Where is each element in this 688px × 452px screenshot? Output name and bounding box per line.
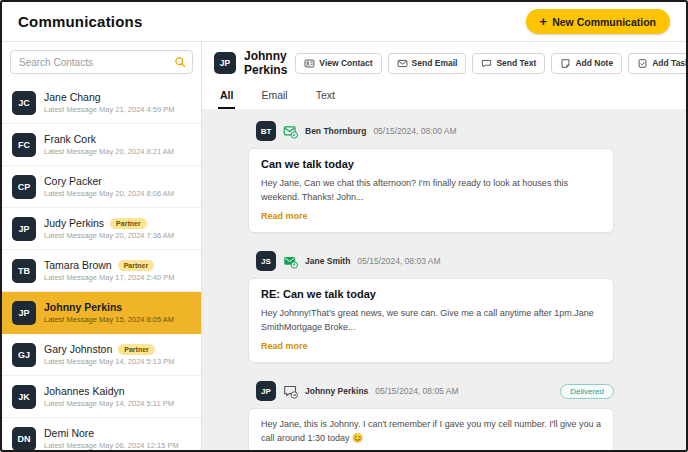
plus-icon: + <box>540 15 548 28</box>
contact-name: Jane Chang <box>44 91 101 103</box>
contact-latest-message: Latest Message May 20, 2024 8:21 AM <box>44 147 174 156</box>
contact-latest-message: Latest Message May 21, 2024 4:59 PM <box>44 105 175 114</box>
tab-all[interactable]: All <box>218 85 235 109</box>
contact-latest-message: Latest Message May 20, 2024 8:06 AM <box>44 189 174 198</box>
search-box <box>10 50 193 74</box>
contact-list-item[interactable]: FC Frank Cork Latest Message May 20, 202… <box>2 124 201 166</box>
contact-latest-message: Latest Message May 20, 2024 7:36 AM <box>44 231 174 240</box>
message-timestamp: 05/15/2024, 08:00 AM <box>373 126 456 136</box>
message-item: JS Jane Smith 05/15/2024, 08:03 AM RE: C… <box>248 251 614 363</box>
contact-list: JC Jane Chang Latest Message May 21, 202… <box>2 82 201 450</box>
contact-name: Demi Nore <box>44 427 94 439</box>
message-item: JP Johnny Perkins 05/15/2024, 08:05 AM D… <box>248 381 614 450</box>
message-header: BT Ben Thornburg 05/15/2024, 08:00 AM <box>248 121 614 141</box>
message-body: Hey Johnny!That's great news, we sure ca… <box>261 307 601 334</box>
contact-name: Johannes Kaidyn <box>44 385 125 397</box>
read-more-link[interactable]: Read more <box>261 211 308 221</box>
contact-list-item[interactable]: GJ Gary Johnston Partner Latest Message … <box>2 334 201 376</box>
contact-list-item[interactable]: JP Judy Perkins Partner Latest Message M… <box>2 208 201 250</box>
contact-name: Frank Cork <box>44 133 96 145</box>
avatar: TB <box>12 259 36 283</box>
new-communication-button[interactable]: + New Communication <box>526 9 670 34</box>
avatar: GJ <box>12 343 36 367</box>
avatar: JK <box>12 385 36 409</box>
contact-list-item[interactable]: CP Cory Packer Latest Message May 20, 20… <box>2 166 201 208</box>
email-received-icon <box>283 124 298 139</box>
view-contact-label: View Contact <box>319 58 372 68</box>
message-card: Can we talk today Hey Jane, Can we chat … <box>248 148 614 233</box>
contact-latest-message: Latest Message May 06, 2024 12:15 PM <box>44 441 179 450</box>
message-filter-tabs: All Email Text <box>202 82 686 109</box>
avatar: JC <box>12 91 36 115</box>
message-body: Hey Jane, this is Johnny. I can't rememb… <box>261 418 601 445</box>
contact-name: Tamara Brown <box>44 259 112 271</box>
add-note-button[interactable]: Add Note <box>551 53 622 74</box>
add-task-button[interactable]: Add Task <box>628 53 688 74</box>
send-text-label: Send Text <box>496 58 536 68</box>
app-body: JC Jane Chang Latest Message May 21, 202… <box>2 42 686 450</box>
read-more-link[interactable]: Read more <box>261 341 308 351</box>
message-subject: Can we talk today <box>261 158 601 170</box>
avatar: BT <box>256 121 276 141</box>
contact-latest-message: Latest Message May 15, 2024 8:05 AM <box>44 315 174 324</box>
avatar: JP <box>12 217 36 241</box>
contact-name: Cory Packer <box>44 175 102 187</box>
view-contact-button[interactable]: View Contact <box>295 53 381 74</box>
message-timestamp: 05/15/2024, 08:05 AM <box>375 386 458 396</box>
avatar: CP <box>12 175 36 199</box>
add-note-label: Add Note <box>575 58 613 68</box>
message-timestamp: 05/15/2024, 08:03 AM <box>357 256 440 266</box>
message-sender: Jane Smith <box>305 256 350 266</box>
avatar: FC <box>12 133 36 157</box>
avatar: DN <box>12 427 36 451</box>
chat-bubble-icon <box>481 58 492 69</box>
contact-name: Judy Perkins <box>44 217 104 229</box>
partner-badge: Partner <box>110 218 147 229</box>
message-header: JP Johnny Perkins 05/15/2024, 08:05 AM D… <box>248 381 614 401</box>
contacts-sidebar: JC Jane Chang Latest Message May 21, 202… <box>2 42 202 450</box>
message-body: Hey Jane, Can we chat this afternoon? I'… <box>261 177 601 204</box>
avatar: JP <box>214 52 236 74</box>
message-header: JS Jane Smith 05/15/2024, 08:03 AM <box>248 251 614 271</box>
new-communication-label: New Communication <box>552 16 656 28</box>
conversation-contact-name: Johnny Perkins <box>244 49 287 77</box>
message-sender: Johnny Perkins <box>305 386 368 396</box>
avatar: JP <box>256 381 276 401</box>
tab-email[interactable]: Email <box>259 85 289 109</box>
contact-latest-message: Latest Message May 17, 2024 2:40 PM <box>44 273 175 282</box>
contact-name: Johnny Perkins <box>44 301 122 313</box>
text-message-icon <box>283 384 298 399</box>
email-sent-icon <box>283 254 298 269</box>
contact-list-item[interactable]: TB Tamara Brown Partner Latest Message M… <box>2 250 201 292</box>
contact-list-item-selected[interactable]: JP Johnny Perkins Latest Message May 15,… <box>2 292 201 334</box>
conversation-panel: JP Johnny Perkins View Contact Send Emai… <box>202 42 686 450</box>
message-card: Hey Jane, this is Johnny. I can't rememb… <box>248 408 614 450</box>
partner-badge: Partner <box>118 260 155 271</box>
contact-card-icon <box>304 58 315 69</box>
contact-latest-message: Latest Message May 14, 2024 5:13 PM <box>44 357 175 366</box>
contact-list-item[interactable]: JC Jane Chang Latest Message May 21, 202… <box>2 82 201 124</box>
avatar: JS <box>256 251 276 271</box>
search-icon[interactable] <box>174 56 186 68</box>
partner-badge: Partner <box>118 344 155 355</box>
message-subject: RE: Can we talk today <box>261 288 601 300</box>
contact-name: Gary Johnston <box>44 343 112 355</box>
send-email-button[interactable]: Send Email <box>388 53 467 74</box>
send-email-label: Send Email <box>412 58 458 68</box>
send-text-button[interactable]: Send Text <box>472 53 545 74</box>
message-thread[interactable]: BT Ben Thornburg 05/15/2024, 08:00 AM Ca… <box>202 109 686 450</box>
contact-list-item[interactable]: JK Johannes Kaidyn Latest Message May 14… <box>2 376 201 418</box>
avatar: JP <box>12 301 36 325</box>
message-item: BT Ben Thornburg 05/15/2024, 08:00 AM Ca… <box>248 121 614 233</box>
conversation-actions: View Contact Send Email Send Text <box>295 53 688 74</box>
contact-list-item[interactable]: DN Demi Nore Latest Message May 06, 2024… <box>2 418 201 450</box>
task-icon <box>637 58 648 69</box>
delivered-status-badge: Delivered <box>560 384 614 399</box>
message-sender: Ben Thornburg <box>305 126 366 136</box>
communications-app: Communications + New Communication JC Ja… <box>0 0 688 452</box>
tab-text[interactable]: Text <box>314 85 337 109</box>
contact-latest-message: Latest Message May 14, 2024 5:11 PM <box>44 399 174 408</box>
note-icon <box>560 58 571 69</box>
conversation-header: JP Johnny Perkins View Contact Send Emai… <box>202 42 686 82</box>
search-contacts-input[interactable] <box>10 50 193 74</box>
